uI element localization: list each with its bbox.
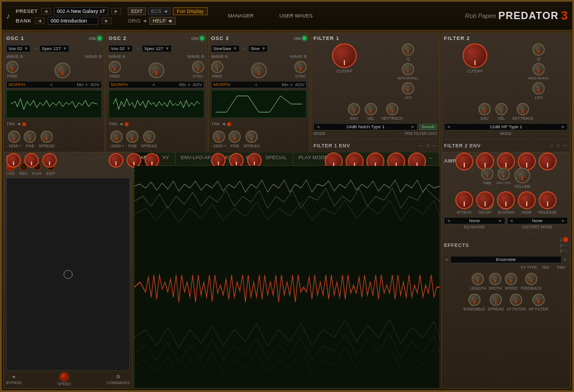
filter2-mode-selector[interactable]: ◄ 12dB HP Type 1 ► [444,123,568,130]
f2env-attack-knob[interactable] [455,152,473,170]
osc1-pan-knob[interactable] [42,153,57,168]
osc2-wave-a-selector[interactable]: Vox 02 ▼ [109,45,133,52]
filter2-env-knob[interactable] [478,103,491,115]
bank-left-arrow[interactable]: ◄ [35,17,44,24]
bank-value[interactable]: 000 Introduction [48,17,98,25]
amp-fade-knob[interactable] [518,191,536,209]
osc2-semi-knob[interactable] [110,130,123,143]
amp-eq-mixing-selector[interactable]: ◄ None ► [444,217,505,224]
xy-panel: XY LIVE REC PLAY [3,152,133,389]
osc2-morph-bar: MORPH ◄ Mix ► ADV [109,81,204,88]
speed-button[interactable]: SPEED [57,373,71,386]
filter2-lfo-knob[interactable] [532,82,545,94]
osc2-on-dot[interactable] [200,36,204,40]
filter2-cutoff-knob[interactable] [463,43,487,68]
osc2-adv-tab[interactable]: ADV [193,82,202,87]
osc3-fine-knob[interactable] [228,130,241,143]
fx-channel-3[interactable] [563,249,568,253]
osc2-sync-knob[interactable] [192,61,204,73]
osc2-fine-knob[interactable] [126,130,138,143]
orig-button[interactable]: ORIG ◄ [128,18,147,24]
osc2-free-knob[interactable] [109,61,121,73]
fx-lp-filter-knob[interactable] [510,294,522,306]
preset-value[interactable]: 002 A New Galaxy sT [54,7,108,15]
filter1-lfo-knob[interactable] [402,82,414,94]
filter2-q-knob[interactable] [532,43,545,56]
osc3-wave-knob[interactable] [251,62,267,78]
filter1-env-knob[interactable] [348,103,360,115]
osc2-mix-tab[interactable]: Mix [179,82,186,87]
osc3-adv-tab[interactable]: ADV [295,82,304,87]
osc2-spread-knob[interactable] [143,130,155,143]
fx-spread-knob[interactable] [490,294,502,306]
bank-right-arrow[interactable]: ► [102,17,111,24]
fx-hp-filter-knob[interactable] [532,294,545,306]
osc2-wave-b-selector[interactable]: Spec 127 ▼ [142,45,172,52]
tab-special[interactable]: SPECIAL [260,152,293,165]
osc3-morph-bar: MORPH ◄ Mix ► ADV [211,81,307,88]
filter1-modwheel-knob[interactable] [402,63,414,75]
filter1-pre-filter-label: PRE FILTER DIST [405,132,437,136]
osc3-wave-b-selector[interactable]: Sine ▼ [248,45,268,52]
filter1-cutoff-knob[interactable] [332,43,357,68]
fx-width-knob[interactable] [489,273,501,285]
osc3-spread-knob[interactable] [245,130,258,143]
filter1-keytrack-knob[interactable] [386,103,398,115]
osc1-free-knob[interactable] [6,61,19,73]
osc1-sub-knob[interactable] [6,153,21,168]
filter2-modwheel-knob[interactable] [532,63,545,75]
fx-type-selector[interactable]: Ensemble [450,256,562,263]
filter2-vel-knob[interactable] [495,103,508,115]
fun-display-button[interactable]: Fun Display [173,7,208,15]
osc1-wave-b-selector[interactable]: Spec 127 ▼ [39,45,69,52]
amp-velvol-knob[interactable] [497,168,510,180]
osc1-semi-knob[interactable] [8,130,20,143]
osc1-wave-a-selector[interactable]: Vox 02 ▼ [6,45,30,52]
osc1-mix-tab[interactable]: Mix [77,82,83,87]
osc1-fine-knob[interactable] [24,130,36,143]
osc2-wave-knob[interactable] [149,62,164,78]
amp-attack-knob[interactable] [455,191,473,209]
filter1-mode-selector[interactable]: ◄ 24dB Notch Type 1 ► [313,123,418,130]
filter2-keytrack-knob[interactable] [517,103,529,115]
help-button[interactable]: HELP ◄ [149,17,176,25]
osc1-on-dot[interactable] [97,36,102,40]
amp-release-knob[interactable] [539,191,557,209]
ecs-button[interactable]: ECS ◄ [148,7,171,15]
fx-channel-2[interactable] [563,243,568,247]
fx-length-knob[interactable] [472,273,484,285]
osc1-wave-knob[interactable] [55,62,70,78]
osc1-volume-knob[interactable] [24,153,39,168]
edit-button[interactable]: EDIT [128,7,146,15]
osc3-semi-knob[interactable] [213,130,225,143]
tab-xy[interactable]: XY [157,152,176,165]
osc3-on-dot[interactable] [302,36,307,40]
fx-speed-knob[interactable] [505,273,517,285]
osc2-sub-knob[interactable] [109,153,123,168]
amp-volume-knob[interactable] [514,168,530,183]
preset-left-arrow[interactable]: ◄ [41,8,51,15]
filter1-vel-knob[interactable] [365,103,377,115]
amp-sustain-knob[interactable] [497,191,515,209]
fx-feedback-knob[interactable] [525,273,537,285]
fx-ensemble-knob[interactable] [468,294,481,306]
osc1-trk-label[interactable]: TRK ◄ [6,121,21,127]
bypass-button[interactable]: ● BYPASS [6,374,22,385]
filter1-smooth-button[interactable]: Smooth [419,124,437,130]
xy-pad[interactable] [6,178,130,371]
osc1-fine-col: FINE [24,130,36,148]
osc3-sync-knob[interactable] [294,61,307,73]
commands-button[interactable]: ⚙ COMMANDS [106,374,130,385]
amp-distort-selector[interactable]: ◄ None ► [507,217,568,224]
osc1-spread-knob[interactable] [41,130,53,143]
amp-decay-knob[interactable] [476,191,494,209]
preset-right-arrow[interactable]: ► [111,8,121,15]
fx-channel-1[interactable] [563,237,568,242]
osc3-mix-tab[interactable]: Mix [281,82,288,87]
osc3-free-knob[interactable] [211,61,223,73]
amp-pan-knob[interactable] [481,168,494,180]
f2env-release-knob[interactable] [539,152,557,170]
filter1-q-knob[interactable] [402,43,414,56]
osc3-wave-a-selector[interactable]: SineSaw ▼ [211,45,240,52]
osc1-adv-tab[interactable]: ADV [91,82,100,87]
